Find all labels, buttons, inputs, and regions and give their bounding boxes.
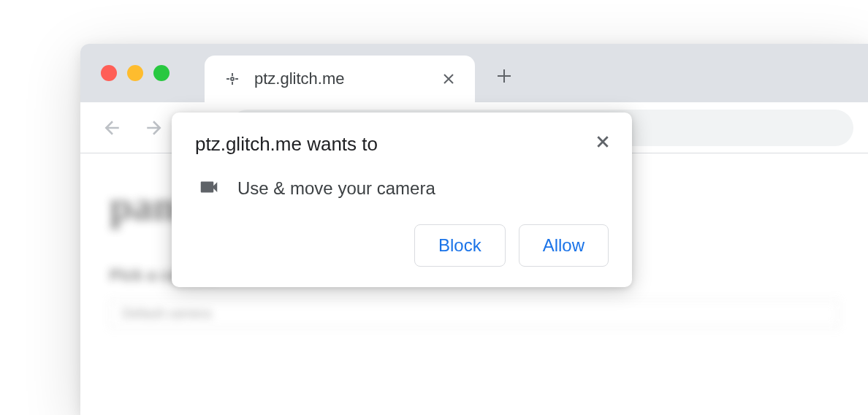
minimize-window-button[interactable] bbox=[127, 65, 143, 81]
tab-title: ptz.glitch.me bbox=[254, 69, 440, 88]
window-controls bbox=[101, 65, 170, 81]
dialog-title: ptz.glitch.me wants to bbox=[195, 133, 609, 156]
permission-text: Use & move your camera bbox=[237, 178, 435, 199]
forward-button[interactable] bbox=[136, 110, 171, 145]
dialog-buttons: Block Allow bbox=[195, 224, 609, 267]
close-window-button[interactable] bbox=[101, 65, 117, 81]
maximize-window-button[interactable] bbox=[153, 65, 170, 81]
permission-dialog: ptz.glitch.me wants to Use & move your c… bbox=[172, 113, 632, 287]
tab-strip: ptz.glitch.me bbox=[80, 44, 868, 102]
camera-select[interactable]: Default camera bbox=[110, 300, 839, 328]
camera-icon bbox=[198, 176, 220, 201]
permission-row: Use & move your camera bbox=[195, 176, 609, 201]
close-dialog-icon[interactable] bbox=[591, 130, 614, 153]
browser-tab[interactable]: ptz.glitch.me bbox=[205, 56, 475, 102]
back-button[interactable] bbox=[95, 110, 130, 145]
close-tab-icon[interactable] bbox=[440, 70, 457, 88]
tab-favicon bbox=[222, 69, 243, 89]
svg-point-0 bbox=[231, 77, 234, 80]
block-button[interactable]: Block bbox=[414, 224, 506, 267]
new-tab-button[interactable] bbox=[487, 58, 522, 94]
allow-button[interactable]: Allow bbox=[519, 224, 609, 267]
